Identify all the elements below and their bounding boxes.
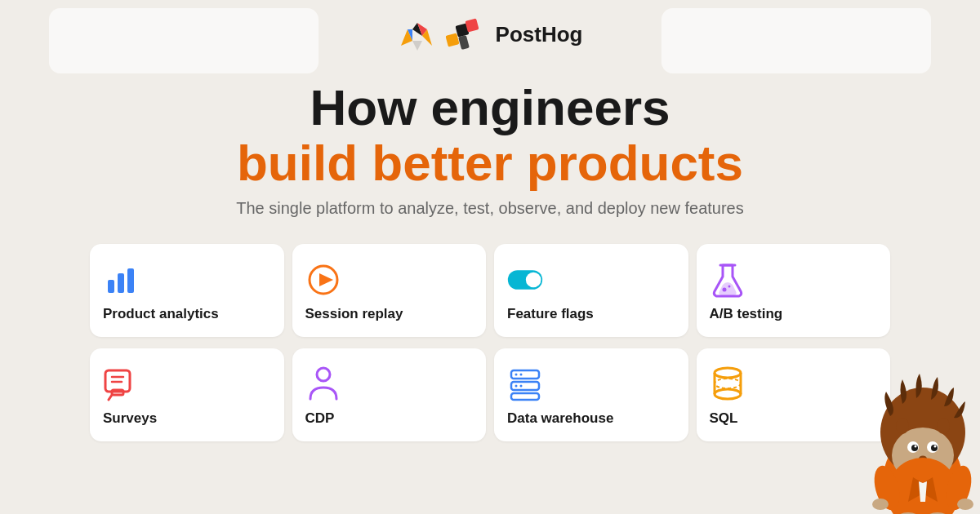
svg-point-53 (957, 498, 973, 510)
ab-testing-icon (710, 262, 746, 298)
mascot-hedgehog (858, 351, 980, 514)
hero-title-line1: How engineers (16, 80, 964, 135)
data-warehouse-icon (507, 366, 543, 402)
svg-point-26 (317, 368, 330, 381)
session-replay-label: Session replay (305, 306, 403, 322)
surveys-label: Surveys (103, 410, 157, 427)
svg-point-47 (934, 445, 937, 448)
svg-point-20 (728, 286, 730, 288)
features-grid-row1: Product analytics Session replay Feature… (41, 233, 939, 348)
svg-point-30 (515, 374, 518, 376)
svg-marker-4 (412, 41, 422, 51)
svg-rect-13 (127, 268, 134, 293)
card-ab-testing[interactable]: A/B testing (697, 244, 891, 337)
cdp-icon (305, 366, 341, 402)
svg-point-57 (937, 418, 950, 434)
svg-point-32 (515, 385, 518, 388)
svg-point-52 (872, 498, 889, 510)
feature-flags-label: Feature flags (507, 306, 594, 322)
sql-icon (710, 366, 746, 402)
svg-point-34 (715, 368, 741, 378)
svg-point-38 (715, 379, 741, 388)
svg-point-46 (915, 445, 917, 448)
posthog-logo-icon (398, 15, 437, 54)
svg-point-37 (715, 389, 741, 399)
card-session-replay[interactable]: Session replay (292, 244, 487, 337)
logo-text: PostHog (496, 22, 583, 47)
svg-rect-10 (458, 35, 470, 50)
cdp-label: CDP (305, 410, 335, 427)
svg-line-23 (109, 395, 112, 400)
product-analytics-icon (103, 262, 139, 298)
svg-point-33 (520, 385, 523, 388)
svg-point-31 (520, 374, 523, 376)
posthog-brand-icon (445, 13, 488, 55)
hero-title-line2: build better products (16, 135, 964, 191)
svg-rect-7 (445, 33, 459, 47)
svg-rect-29 (511, 393, 539, 400)
svg-marker-15 (319, 273, 333, 286)
session-replay-icon (305, 262, 341, 298)
sql-label: SQL (710, 410, 738, 427)
card-surveys[interactable]: Surveys (90, 348, 284, 441)
svg-point-19 (722, 288, 726, 292)
hero-subtitle: The single platform to analyze, test, ob… (16, 199, 964, 218)
hero-section: How engineers build better products The … (0, 64, 980, 233)
card-cdp[interactable]: CDP (292, 348, 487, 441)
features-grid-row2: Surveys CDP Data warehous (41, 348, 939, 453)
feature-flags-icon (507, 262, 543, 298)
svg-rect-11 (108, 280, 114, 293)
svg-rect-12 (118, 273, 124, 293)
logo: PostHog (398, 13, 583, 55)
svg-point-56 (896, 418, 909, 434)
product-analytics-label: Product analytics (103, 306, 219, 322)
card-feature-flags[interactable]: Feature flags (494, 244, 688, 337)
surveys-icon (103, 366, 139, 402)
card-data-warehouse[interactable]: Data warehouse (494, 348, 688, 441)
card-product-analytics[interactable]: Product analytics (90, 244, 284, 337)
ab-testing-label: A/B testing (710, 306, 783, 322)
svg-point-17 (526, 273, 541, 288)
data-warehouse-label: Data warehouse (507, 410, 613, 427)
